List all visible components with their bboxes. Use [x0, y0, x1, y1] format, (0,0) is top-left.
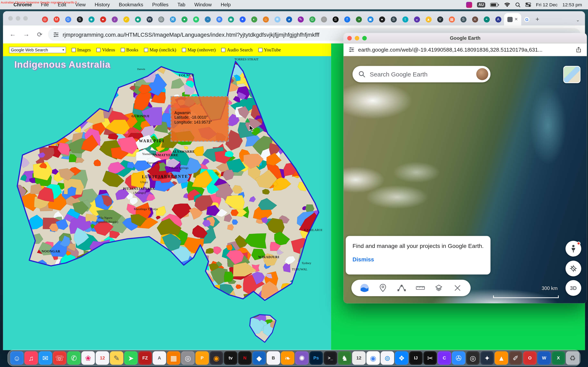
my-location-button[interactable] — [566, 261, 581, 276]
map-highlight-region[interactable]: Agwamin Latitude: -18.0010° Longitude: 1… — [171, 96, 229, 142]
zoom-window-button[interactable] — [362, 36, 367, 40]
dock-photos[interactable]: ❀ — [81, 351, 95, 365]
dock-calendar-dec-12[interactable]: 12 — [352, 351, 366, 365]
dock-messages[interactable]: ☏ — [53, 351, 66, 365]
dock-capcut[interactable]: ✂ — [424, 351, 437, 365]
menu-help[interactable]: Help — [221, 2, 231, 8]
pinned-tab[interactable]: ♪ — [109, 13, 121, 25]
wifi-icon[interactable] — [504, 2, 510, 7]
pinned-tab[interactable]: ◓ — [481, 13, 493, 25]
pinned-tab[interactable]: ⚙ — [213, 13, 225, 25]
dock-trash[interactable]: ♻ — [566, 351, 579, 365]
layers-button[interactable] — [432, 281, 446, 295]
pinned-tab[interactable]: M — [51, 13, 62, 25]
minimize-window-button[interactable] — [16, 16, 20, 21]
dock-photoshop[interactable]: Ps — [309, 351, 323, 365]
search-engine-select[interactable]: Google Web Search ▾ — [9, 47, 66, 53]
pinned-tab[interactable]: Ⓐ — [155, 13, 167, 25]
site-info-icon[interactable] — [53, 32, 59, 37]
menubar-time[interactable]: 12:53 pm — [562, 2, 582, 7]
close-window-button[interactable] — [8, 16, 13, 21]
spotlight-icon[interactable] — [515, 2, 521, 7]
pinned-tab[interactable]: f — [341, 13, 353, 25]
checkbox-box[interactable] — [72, 48, 76, 52]
dock-davinci[interactable]: ✦ — [480, 351, 494, 365]
active-tab[interactable]: ✕ — [504, 13, 521, 25]
menu-bookmarks[interactable]: Bookmarks — [119, 2, 143, 8]
australia-imagemap[interactable] — [3, 56, 331, 350]
dock-sketch[interactable]: ❖ — [395, 351, 408, 365]
pinned-tab[interactable]: V — [434, 13, 446, 25]
pinned-tab[interactable]: ⌘ — [167, 13, 178, 25]
dock-shapr3d[interactable]: ◆ — [252, 351, 266, 365]
dock-safari[interactable]: ⊚ — [380, 351, 394, 365]
checkbox-videos[interactable]: Videos — [96, 47, 115, 53]
pinned-tab[interactable]: W — [144, 13, 155, 25]
pinned-tab[interactable]: t — [399, 13, 411, 25]
checkbox-audio-search[interactable]: Audio Search — [221, 47, 252, 53]
menubar-date[interactable]: Fri 12 Dec — [536, 2, 558, 7]
pinned-tab[interactable]: ✓ — [121, 13, 132, 25]
dock-calendar[interactable]: 12 — [95, 351, 109, 365]
dock-word[interactable]: W — [537, 351, 551, 365]
new-tab-button[interactable]: + — [532, 16, 542, 23]
pinned-tab[interactable]: ● — [376, 13, 388, 25]
site-info-icon[interactable] — [349, 47, 355, 53]
pinned-tab[interactable]: S — [388, 13, 399, 25]
earth-url-bar[interactable]: earth.google.com/web/@-19.41990588,146.1… — [343, 43, 587, 56]
dock-chess[interactable]: ♞ — [338, 351, 351, 365]
input-source-badge[interactable]: AU — [477, 2, 485, 7]
pinned-tab[interactable]: S — [74, 13, 86, 25]
pinned-tab[interactable]: A — [493, 13, 504, 25]
dock-facetime[interactable]: ✆ — [67, 351, 81, 365]
pinned-tab[interactable]: ❖ — [190, 13, 202, 25]
google-tab[interactable]: G — [521, 13, 532, 25]
pinned-tab[interactable]: ◉ — [225, 13, 237, 25]
pinned-tab[interactable]: ⚔ — [469, 13, 481, 25]
checkbox-box[interactable] — [221, 48, 225, 52]
checkbox-box[interactable] — [258, 48, 262, 52]
battery-icon[interactable] — [490, 2, 499, 7]
pinned-tab[interactable]: ◌ — [318, 13, 330, 25]
dock-opera[interactable]: O — [523, 351, 536, 365]
dock-pages[interactable]: P — [195, 351, 209, 365]
3d-button[interactable]: 3D — [566, 280, 581, 296]
pinned-tab[interactable]: S — [329, 13, 341, 25]
account-avatar[interactable] — [476, 68, 488, 80]
pinned-tab[interactable]: ◒ — [411, 13, 423, 25]
pinned-tab[interactable]: ◎ — [39, 13, 51, 25]
pinned-tab[interactable]: S — [458, 13, 469, 25]
forward-button[interactable]: → — [21, 29, 31, 40]
pinned-tab[interactable]: ▣ — [364, 13, 376, 25]
checkbox-books[interactable]: Books — [121, 47, 138, 53]
menu-window[interactable]: Window — [194, 2, 212, 8]
overview-minimap[interactable] — [563, 66, 580, 83]
pinned-tab[interactable]: ◆ — [132, 13, 144, 25]
dock-intellij[interactable]: IJ — [409, 351, 423, 365]
dock-gimp[interactable]: ✐ — [509, 351, 522, 365]
checkbox-box[interactable] — [182, 48, 186, 52]
dock-firefox[interactable]: ◉ — [210, 351, 223, 365]
earth-satellite-view[interactable]: Search Google Earth Find and manage all … — [343, 56, 587, 303]
dock-books[interactable]: ❧ — [281, 351, 294, 365]
draw-path-button[interactable] — [395, 281, 408, 295]
pinned-tab[interactable]: ● — [97, 13, 109, 25]
pinned-tab[interactable]: ✎ — [295, 13, 306, 25]
zoom-window-button[interactable] — [23, 16, 28, 21]
dock-filezilla[interactable]: FZ — [138, 351, 152, 365]
checkbox-images[interactable]: Images — [72, 47, 91, 53]
pinned-tab[interactable]: ❄ — [272, 13, 283, 25]
dismiss-button[interactable]: Dismiss — [353, 256, 484, 262]
map-marker-icon[interactable] — [245, 118, 250, 122]
menu-profiles[interactable]: Profiles — [152, 2, 169, 8]
pinned-tab[interactable]: ● — [178, 13, 190, 25]
dock-calculator[interactable]: ▦ — [167, 351, 180, 365]
checkbox-box[interactable] — [96, 48, 100, 52]
pinned-tab[interactable]: ◔ — [202, 13, 213, 25]
dock-apple-tv[interactable]: tv — [224, 351, 237, 365]
close-window-button[interactable] — [347, 36, 352, 40]
dock-terminal[interactable]: >_ — [324, 351, 337, 365]
dock-finder[interactable]: ☺ — [10, 351, 24, 365]
dock-music[interactable]: ♫ — [24, 351, 38, 365]
pinned-tab[interactable]: ▦ — [446, 13, 458, 25]
